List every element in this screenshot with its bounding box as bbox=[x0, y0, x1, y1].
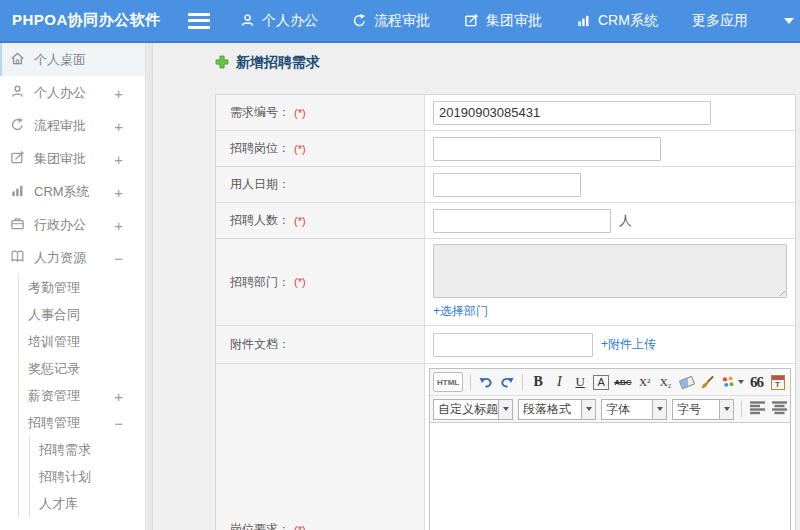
edit-icon bbox=[464, 13, 479, 28]
headcount-input[interactable] bbox=[433, 209, 611, 233]
form-row-department: 招聘部门： (*) +选择部门 bbox=[216, 239, 795, 326]
eraser-icon[interactable] bbox=[679, 372, 695, 392]
form-row-request-no: 需求编号： (*) bbox=[216, 95, 795, 131]
collapse-minus[interactable]: − bbox=[114, 414, 123, 431]
sidebar-item-crm[interactable]: CRM系统 + bbox=[0, 175, 145, 208]
main-content: 新增招聘需求 需求编号： (*) 招聘岗位： (*) 用人日期： bbox=[154, 43, 800, 530]
sidebar-item-training[interactable]: 培训管理 bbox=[19, 328, 145, 355]
sidebar-item-recruitment[interactable]: 招聘管理 − bbox=[19, 409, 145, 436]
field-label: 招聘部门： bbox=[230, 274, 290, 291]
autotypeset-button[interactable]: A bbox=[593, 375, 609, 390]
top-menu-personal-office[interactable]: 个人办公 bbox=[240, 12, 318, 30]
green-plus-icon bbox=[215, 55, 229, 72]
sidebar-item-recruit-plan[interactable]: 招聘计划 bbox=[30, 463, 145, 490]
required-mark: (*) bbox=[294, 143, 306, 155]
sidebar-item-talent-pool[interactable]: 人才库 bbox=[30, 490, 145, 517]
edit-icon bbox=[10, 150, 25, 168]
recruit-request-form: 需求编号： (*) 招聘岗位： (*) 用人日期： bbox=[215, 94, 796, 530]
bar-chart-icon bbox=[10, 183, 25, 201]
expand-plus[interactable]: + bbox=[114, 84, 123, 101]
form-row-attachment: 附件文档： +附件上传 bbox=[216, 326, 795, 364]
underline-button[interactable]: U bbox=[572, 372, 588, 392]
top-menu-group-approval[interactable]: 集团审批 bbox=[464, 12, 542, 30]
person-icon bbox=[10, 84, 25, 102]
expand-plus[interactable]: + bbox=[114, 387, 123, 404]
font-family-dropdown[interactable]: 字体 bbox=[601, 399, 667, 420]
attachment-input[interactable] bbox=[433, 333, 593, 357]
chevron-down-icon bbox=[720, 399, 734, 420]
form-row-headcount: 招聘人数： (*) 人 bbox=[216, 203, 795, 239]
request-no-input[interactable] bbox=[433, 101, 711, 125]
sidebar-item-admin-office[interactable]: 行政办公 + bbox=[0, 208, 145, 241]
top-menu: 个人办公 流程审批 集团审批 CRM系统 更多应用 bbox=[240, 12, 794, 30]
sidebar-item-rewards[interactable]: 奖惩记录 bbox=[19, 355, 145, 382]
sidebar-item-personal-office[interactable]: 个人办公 + bbox=[0, 76, 145, 109]
chevron-down-icon[interactable] bbox=[784, 18, 794, 24]
expand-plus[interactable]: + bbox=[114, 216, 123, 233]
select-department-link[interactable]: +选择部门 bbox=[433, 303, 488, 320]
book-icon bbox=[10, 249, 25, 267]
required-mark: (*) bbox=[294, 276, 306, 288]
topbar: PHPOA协同办公软件 个人办公 流程审批 集团审批 CRM系统 更多应用 bbox=[0, 0, 800, 43]
field-label: 需求编号： bbox=[230, 104, 290, 121]
align-left-icon[interactable] bbox=[749, 400, 766, 418]
editor-toolbar-row1: HTML B I U A ABC X² X₂ bbox=[430, 369, 790, 396]
expand-plus[interactable]: + bbox=[114, 183, 123, 200]
chevron-down-icon bbox=[499, 399, 513, 420]
sidebar-item-hr-contracts[interactable]: 人事合同 bbox=[19, 301, 145, 328]
paste-icon[interactable]: T bbox=[770, 372, 786, 392]
superscript-button[interactable]: X² bbox=[637, 372, 653, 392]
chevron-down-icon bbox=[653, 399, 667, 420]
sidebar-item-workflow-approval[interactable]: 流程审批 + bbox=[0, 109, 145, 142]
required-mark: (*) bbox=[294, 215, 306, 227]
field-label: 招聘岗位： bbox=[230, 140, 290, 157]
undo-icon[interactable] bbox=[478, 372, 494, 392]
strikethrough-button[interactable]: ABC bbox=[614, 372, 631, 392]
sidebar-item-attendance[interactable]: 考勤管理 bbox=[19, 274, 145, 301]
field-label: 用人日期： bbox=[230, 176, 290, 193]
field-label: 附件文档： bbox=[230, 336, 290, 353]
expand-plus[interactable]: + bbox=[114, 117, 123, 134]
form-row-position: 招聘岗位： (*) bbox=[216, 131, 795, 167]
position-input[interactable] bbox=[433, 137, 661, 161]
redo-icon[interactable] bbox=[499, 372, 515, 392]
italic-button[interactable]: I bbox=[551, 372, 567, 392]
collapse-minus[interactable]: − bbox=[114, 249, 123, 266]
blockquote-button[interactable]: 66 bbox=[749, 372, 765, 392]
editor-content-area[interactable] bbox=[430, 423, 790, 530]
sidebar-item-group-approval[interactable]: 集团审批 + bbox=[0, 142, 145, 175]
required-mark: (*) bbox=[294, 524, 306, 530]
headcount-unit: 人 bbox=[619, 212, 632, 230]
format-brush-icon[interactable] bbox=[700, 372, 716, 392]
hire-date-input[interactable] bbox=[433, 173, 581, 197]
sidebar-item-salary[interactable]: 薪资管理 + bbox=[19, 382, 145, 409]
field-label: 岗位要求： bbox=[230, 521, 290, 530]
paragraph-format-dropdown[interactable]: 段落格式 bbox=[518, 399, 596, 420]
font-size-dropdown[interactable]: 字号 bbox=[672, 399, 734, 420]
top-menu-crm[interactable]: CRM系统 bbox=[576, 12, 658, 30]
sidebar-item-recruit-request[interactable]: 招聘需求 bbox=[30, 436, 145, 463]
sidebar-scrollbar[interactable] bbox=[147, 43, 153, 530]
field-label: 招聘人数： bbox=[230, 212, 290, 229]
process-icon bbox=[10, 117, 25, 135]
rich-text-editor: HTML B I U A ABC X² X₂ bbox=[429, 368, 791, 530]
sidebar: 个人桌面 个人办公 + 流程审批 + 集团审批 + CRM系统 + 行政办公 +… bbox=[0, 43, 146, 530]
chevron-down-icon bbox=[582, 399, 596, 420]
sidebar-item-hr[interactable]: 人力资源 − bbox=[0, 241, 145, 274]
top-menu-more-apps[interactable]: 更多应用 bbox=[692, 12, 748, 30]
hamburger-menu-icon[interactable] bbox=[188, 13, 210, 29]
html-source-button[interactable]: HTML bbox=[433, 372, 463, 392]
recruitment-submenu: 招聘需求 招聘计划 人才库 bbox=[29, 436, 145, 517]
required-mark: (*) bbox=[294, 107, 306, 119]
attachment-upload-link[interactable]: +附件上传 bbox=[601, 336, 656, 353]
subscript-button[interactable]: X₂ bbox=[658, 372, 674, 392]
department-textarea[interactable] bbox=[433, 244, 787, 298]
text-color-palette-icon[interactable] bbox=[721, 372, 744, 392]
custom-heading-dropdown[interactable]: 自定义标题 bbox=[433, 399, 513, 420]
sidebar-item-desktop[interactable]: 个人桌面 bbox=[0, 43, 145, 76]
hr-submenu: 考勤管理 人事合同 培训管理 奖惩记录 薪资管理 + 招聘管理 − 招聘需求 招… bbox=[18, 274, 145, 517]
top-menu-workflow-approval[interactable]: 流程审批 bbox=[352, 12, 430, 30]
align-center-icon[interactable] bbox=[771, 400, 788, 418]
bold-button[interactable]: B bbox=[530, 372, 546, 392]
expand-plus[interactable]: + bbox=[114, 150, 123, 167]
